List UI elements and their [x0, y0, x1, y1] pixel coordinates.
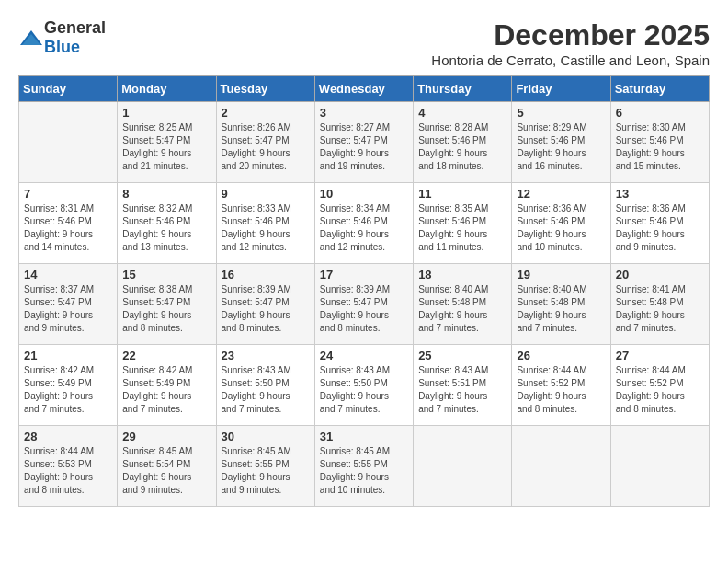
calendar-cell — [512, 426, 610, 507]
calendar-cell — [414, 426, 512, 507]
day-info: Sunrise: 8:40 AM Sunset: 5:48 PM Dayligh… — [418, 283, 506, 335]
calendar-cell: 5Sunrise: 8:29 AM Sunset: 5:46 PM Daylig… — [512, 102, 610, 183]
calendar-week-row: 14Sunrise: 8:37 AM Sunset: 5:47 PM Dayli… — [19, 264, 710, 345]
day-number: 18 — [418, 268, 506, 282]
day-info: Sunrise: 8:44 AM Sunset: 5:52 PM Dayligh… — [616, 364, 704, 416]
day-info: Sunrise: 8:31 AM Sunset: 5:46 PM Dayligh… — [24, 202, 112, 254]
calendar-cell: 30Sunrise: 8:45 AM Sunset: 5:55 PM Dayli… — [216, 426, 314, 507]
day-number: 24 — [320, 349, 408, 362]
calendar-cell — [19, 102, 118, 183]
day-info: Sunrise: 8:40 AM Sunset: 5:48 PM Dayligh… — [517, 283, 605, 335]
day-info: Sunrise: 8:45 AM Sunset: 5:55 PM Dayligh… — [222, 445, 310, 497]
day-number: 3 — [320, 106, 408, 120]
location-title: Hontoria de Cerrato, Castille and Leon, … — [431, 52, 710, 68]
day-number: 22 — [122, 349, 210, 362]
day-number: 6 — [616, 106, 704, 120]
day-info: Sunrise: 8:39 AM Sunset: 5:47 PM Dayligh… — [320, 283, 408, 335]
day-number: 1 — [122, 106, 210, 120]
day-info: Sunrise: 8:41 AM Sunset: 5:48 PM Dayligh… — [616, 283, 704, 335]
calendar-week-row: 21Sunrise: 8:42 AM Sunset: 5:49 PM Dayli… — [19, 345, 710, 426]
day-number: 8 — [122, 187, 210, 201]
calendar-cell: 22Sunrise: 8:42 AM Sunset: 5:49 PM Dayli… — [118, 345, 216, 426]
day-info: Sunrise: 8:25 AM Sunset: 5:47 PM Dayligh… — [122, 121, 210, 173]
day-number: 28 — [24, 430, 112, 443]
calendar-cell: 8Sunrise: 8:32 AM Sunset: 5:46 PM Daylig… — [118, 183, 216, 264]
calendar-cell: 10Sunrise: 8:34 AM Sunset: 5:46 PM Dayli… — [314, 183, 413, 264]
day-info: Sunrise: 8:45 AM Sunset: 5:55 PM Dayligh… — [320, 445, 408, 497]
calendar-cell: 21Sunrise: 8:42 AM Sunset: 5:49 PM Dayli… — [19, 345, 118, 426]
calendar-cell: 7Sunrise: 8:31 AM Sunset: 5:46 PM Daylig… — [19, 183, 118, 264]
logo-text: General Blue — [44, 18, 106, 57]
calendar-cell: 31Sunrise: 8:45 AM Sunset: 5:55 PM Dayli… — [314, 426, 413, 507]
day-number: 19 — [517, 268, 605, 282]
day-number: 25 — [418, 349, 506, 362]
day-number: 15 — [122, 268, 210, 282]
calendar-cell: 19Sunrise: 8:40 AM Sunset: 5:48 PM Dayli… — [512, 264, 610, 345]
day-info: Sunrise: 8:33 AM Sunset: 5:46 PM Dayligh… — [222, 202, 310, 254]
calendar-cell: 17Sunrise: 8:39 AM Sunset: 5:47 PM Dayli… — [314, 264, 413, 345]
day-number: 26 — [517, 349, 605, 362]
day-number: 21 — [24, 349, 112, 362]
calendar-header-row: SundayMondayTuesdayWednesdayThursdayFrid… — [19, 76, 710, 102]
calendar-body: 1Sunrise: 8:25 AM Sunset: 5:47 PM Daylig… — [19, 102, 710, 507]
day-number: 2 — [222, 106, 310, 120]
day-info: Sunrise: 8:32 AM Sunset: 5:46 PM Dayligh… — [122, 202, 210, 254]
day-number: 20 — [616, 268, 704, 282]
day-info: Sunrise: 8:42 AM Sunset: 5:49 PM Dayligh… — [122, 364, 210, 416]
day-number: 23 — [222, 349, 310, 362]
title-area: December 2025 Hontoria de Cerrato, Casti… — [431, 18, 710, 68]
day-info: Sunrise: 8:35 AM Sunset: 5:46 PM Dayligh… — [418, 202, 506, 254]
day-info: Sunrise: 8:27 AM Sunset: 5:47 PM Dayligh… — [320, 121, 408, 173]
day-info: Sunrise: 8:36 AM Sunset: 5:46 PM Dayligh… — [616, 202, 704, 254]
calendar-cell: 14Sunrise: 8:37 AM Sunset: 5:47 PM Dayli… — [19, 264, 118, 345]
day-info: Sunrise: 8:36 AM Sunset: 5:46 PM Dayligh… — [517, 202, 605, 254]
calendar-cell — [610, 426, 709, 507]
day-info: Sunrise: 8:43 AM Sunset: 5:50 PM Dayligh… — [320, 364, 408, 416]
calendar-cell: 16Sunrise: 8:39 AM Sunset: 5:47 PM Dayli… — [216, 264, 314, 345]
calendar-cell: 15Sunrise: 8:38 AM Sunset: 5:47 PM Dayli… — [118, 264, 216, 345]
weekday-header: Wednesday — [314, 76, 413, 102]
calendar-week-row: 28Sunrise: 8:44 AM Sunset: 5:53 PM Dayli… — [19, 426, 710, 507]
day-number: 17 — [320, 268, 408, 282]
logo-icon — [18, 29, 40, 47]
calendar-cell: 24Sunrise: 8:43 AM Sunset: 5:50 PM Dayli… — [314, 345, 413, 426]
day-number: 29 — [122, 430, 210, 443]
weekday-header: Saturday — [610, 76, 709, 102]
day-info: Sunrise: 8:37 AM Sunset: 5:47 PM Dayligh… — [24, 283, 112, 335]
calendar-week-row: 7Sunrise: 8:31 AM Sunset: 5:46 PM Daylig… — [19, 183, 710, 264]
calendar-cell: 23Sunrise: 8:43 AM Sunset: 5:50 PM Dayli… — [216, 345, 314, 426]
day-info: Sunrise: 8:34 AM Sunset: 5:46 PM Dayligh… — [320, 202, 408, 254]
calendar-cell: 13Sunrise: 8:36 AM Sunset: 5:46 PM Dayli… — [610, 183, 709, 264]
calendar-cell: 27Sunrise: 8:44 AM Sunset: 5:52 PM Dayli… — [610, 345, 709, 426]
logo: General Blue — [18, 18, 106, 57]
calendar-cell: 2Sunrise: 8:26 AM Sunset: 5:47 PM Daylig… — [216, 102, 314, 183]
day-info: Sunrise: 8:30 AM Sunset: 5:46 PM Dayligh… — [616, 121, 704, 173]
calendar-cell: 4Sunrise: 8:28 AM Sunset: 5:46 PM Daylig… — [414, 102, 512, 183]
weekday-header: Friday — [512, 76, 610, 102]
calendar-cell: 3Sunrise: 8:27 AM Sunset: 5:47 PM Daylig… — [314, 102, 413, 183]
calendar-week-row: 1Sunrise: 8:25 AM Sunset: 5:47 PM Daylig… — [19, 102, 710, 183]
calendar-cell: 12Sunrise: 8:36 AM Sunset: 5:46 PM Dayli… — [512, 183, 610, 264]
calendar-cell: 29Sunrise: 8:45 AM Sunset: 5:54 PM Dayli… — [118, 426, 216, 507]
day-info: Sunrise: 8:39 AM Sunset: 5:47 PM Dayligh… — [222, 283, 310, 335]
day-number: 12 — [517, 187, 605, 201]
day-info: Sunrise: 8:43 AM Sunset: 5:51 PM Dayligh… — [418, 364, 506, 416]
day-info: Sunrise: 8:26 AM Sunset: 5:47 PM Dayligh… — [222, 121, 310, 173]
day-number: 11 — [418, 187, 506, 201]
calendar-cell: 18Sunrise: 8:40 AM Sunset: 5:48 PM Dayli… — [414, 264, 512, 345]
day-number: 27 — [616, 349, 704, 362]
weekday-header: Tuesday — [216, 76, 314, 102]
day-number: 9 — [222, 187, 310, 201]
day-number: 30 — [222, 430, 310, 443]
day-number: 10 — [320, 187, 408, 201]
calendar-cell: 25Sunrise: 8:43 AM Sunset: 5:51 PM Dayli… — [414, 345, 512, 426]
calendar-table: SundayMondayTuesdayWednesdayThursdayFrid… — [18, 75, 710, 507]
calendar-cell: 26Sunrise: 8:44 AM Sunset: 5:52 PM Dayli… — [512, 345, 610, 426]
header: General Blue December 2025 Hontoria de C… — [18, 18, 710, 68]
calendar-cell: 1Sunrise: 8:25 AM Sunset: 5:47 PM Daylig… — [118, 102, 216, 183]
day-info: Sunrise: 8:38 AM Sunset: 5:47 PM Dayligh… — [122, 283, 210, 335]
day-info: Sunrise: 8:28 AM Sunset: 5:46 PM Dayligh… — [418, 121, 506, 173]
weekday-header: Sunday — [19, 76, 118, 102]
day-info: Sunrise: 8:42 AM Sunset: 5:49 PM Dayligh… — [24, 364, 112, 416]
day-number: 16 — [222, 268, 310, 282]
